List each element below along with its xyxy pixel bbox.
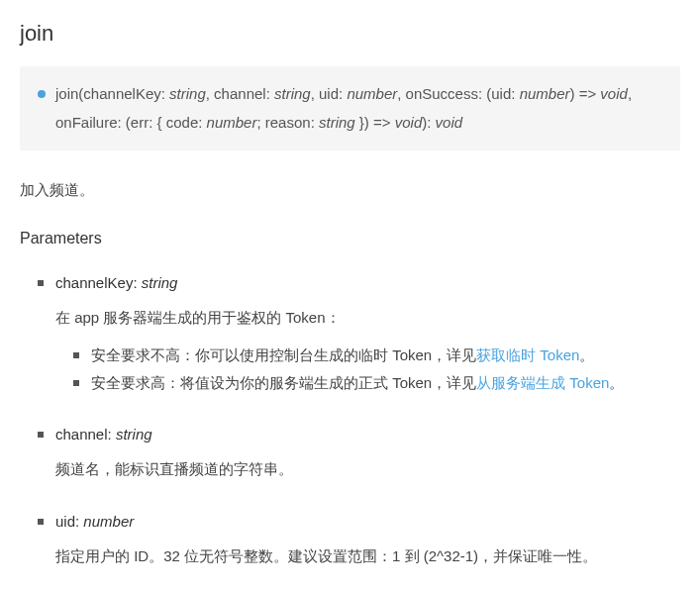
sig-type: number xyxy=(520,85,570,102)
sub-suffix: 。 xyxy=(609,374,624,391)
param-name: channelKey: string xyxy=(55,271,680,295)
param-type: number xyxy=(83,513,134,530)
param-type: string xyxy=(142,274,178,291)
list-item: 安全要求不高：你可以使用控制台生成的临时 Token，详见获取临时 Token。 xyxy=(73,344,680,367)
sub-suffix: 。 xyxy=(579,346,594,363)
sub-text: 安全要求不高：你可以使用控制台生成的临时 Token，详见 xyxy=(91,346,476,363)
bullet-icon xyxy=(38,90,46,98)
param-name-text: channel: xyxy=(55,426,116,443)
param-channel: channel: string 频道名，能标识直播频道的字符串。 xyxy=(38,423,680,482)
sig-seg: , uid: xyxy=(311,85,348,102)
sig-fn: join xyxy=(55,85,78,102)
sig-type: string xyxy=(274,85,311,102)
sub-list: 安全要求不高：你可以使用控制台生成的临时 Token，详见获取临时 Token。… xyxy=(55,344,680,395)
param-channelkey: channelKey: string 在 app 服务器端生成的用于鉴权的 To… xyxy=(38,271,680,396)
parameters-list: channelKey: string 在 app 服务器端生成的用于鉴权的 To… xyxy=(20,271,680,569)
signature-text: join(channelKey: string, channel: string… xyxy=(55,80,662,137)
sig-type: number xyxy=(207,114,257,131)
sig-seg: (channelKey: xyxy=(78,85,169,102)
sig-seg: ) => xyxy=(570,85,601,102)
parameters-heading: Parameters xyxy=(20,226,680,251)
sig-type: number xyxy=(347,85,397,102)
sig-seg: ; reason: xyxy=(256,114,319,131)
sig-type: void xyxy=(395,114,423,131)
sig-seg: , channel: xyxy=(206,85,274,102)
param-desc: 在 app 服务器端生成的用于鉴权的 Token： xyxy=(55,305,680,331)
param-name: uid: number xyxy=(55,510,680,534)
sub-text: 安全要求高：将值设为你的服务端生成的正式 Token，详见 xyxy=(91,374,476,391)
param-type: string xyxy=(116,426,152,443)
sig-type: string xyxy=(319,114,355,131)
param-desc: 指定用户的 ID。32 位无符号整数。建议设置范围：1 到 (2^32-1)，并… xyxy=(55,543,680,569)
sig-type: void xyxy=(600,85,628,102)
sig-seg: ): xyxy=(422,114,435,131)
page-title: join xyxy=(20,16,680,50)
link-temp-token[interactable]: 获取临时 Token xyxy=(476,346,579,363)
sig-seg: }) => xyxy=(355,114,395,131)
sig-type: void xyxy=(436,114,463,131)
method-description: 加入频道。 xyxy=(20,178,680,202)
signature-box: join(channelKey: string, channel: string… xyxy=(20,66,680,150)
param-name-text: uid: xyxy=(55,513,83,530)
list-item: 安全要求高：将值设为你的服务端生成的正式 Token，详见从服务端生成 Toke… xyxy=(73,371,680,395)
sig-seg: , onSuccess: (uid: xyxy=(397,85,519,102)
param-uid: uid: number 指定用户的 ID。32 位无符号整数。建议设置范围：1 … xyxy=(38,510,680,569)
sig-type: string xyxy=(169,85,206,102)
param-desc: 频道名，能标识直播频道的字符串。 xyxy=(55,456,680,482)
link-server-token[interactable]: 从服务端生成 Token xyxy=(476,374,609,391)
param-name: channel: string xyxy=(55,423,680,446)
param-name-text: channelKey: xyxy=(55,274,142,291)
